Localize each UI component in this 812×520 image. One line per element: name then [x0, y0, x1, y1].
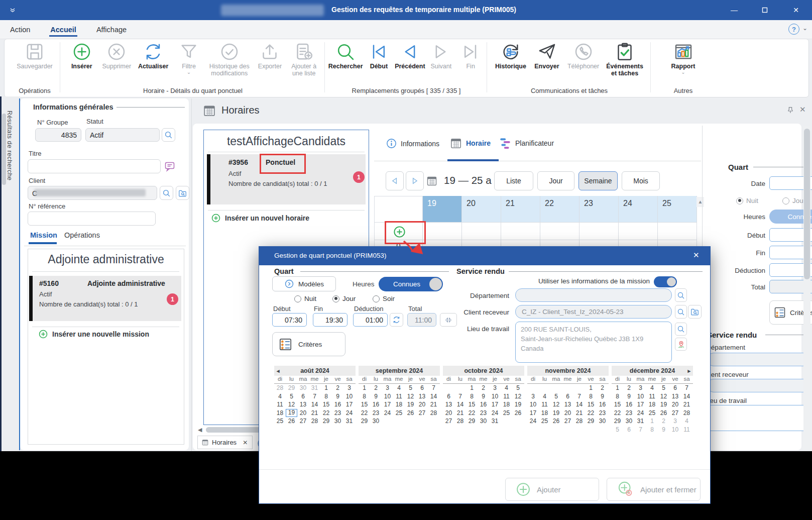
calendar-day-14[interactable]: 14 [428, 392, 439, 401]
calendar-day-23[interactable]: 23 [597, 409, 608, 418]
calendar-day-22[interactable]: 22 [359, 409, 370, 418]
calendar-day-14[interactable]: 14 [309, 400, 320, 409]
calendar-day-25[interactable]: 25 [274, 417, 286, 426]
ribbon-button-rapport[interactable]: Rapport⌄ [670, 42, 697, 74]
recalc-button[interactable] [390, 313, 403, 327]
calendar-day-2[interactable]: 2 [332, 384, 343, 392]
calendar-day-27[interactable]: 27 [416, 409, 428, 418]
rp-client-field[interactable] [707, 379, 809, 392]
ajouter-button[interactable]: Ajouter [505, 478, 599, 501]
calendar-day-24[interactable]: 24 [382, 409, 393, 418]
ribbon-button-rechercher[interactable]: Rechercher [328, 42, 363, 70]
calendar-day-1[interactable]: 1 [612, 384, 623, 392]
calendar-day-10[interactable]: 10 [527, 400, 539, 409]
week-cell[interactable] [423, 223, 462, 240]
week-day-header-20[interactable]: 20 [462, 196, 501, 223]
calendar-day-5[interactable]: 5 [550, 392, 562, 401]
calendar-day-25[interactable]: 25 [393, 409, 405, 418]
departement-search-button[interactable] [675, 288, 687, 302]
calendar-day-13[interactable]: 13 [416, 392, 428, 401]
calendar-day-20[interactable]: 20 [443, 409, 454, 418]
calendar-day-27[interactable]: 27 [562, 417, 573, 426]
calendar-day-27[interactable]: 27 [443, 417, 454, 426]
calendar-day-28[interactable]: 28 [454, 417, 466, 426]
calendar-day-1[interactable]: 1 [359, 384, 370, 392]
client-folder-button[interactable] [688, 305, 702, 319]
calendar-day-29[interactable]: 29 [359, 417, 370, 426]
calendar-day-31[interactable]: 31 [489, 417, 501, 426]
ribbon-button-actualiser[interactable]: Actualiser [138, 42, 168, 70]
calendar-day-3[interactable]: 3 [382, 384, 393, 392]
calendar-day-13[interactable]: 13 [297, 400, 309, 409]
departement-field[interactable] [515, 288, 672, 302]
calendar-day-7[interactable]: 7 [681, 384, 692, 392]
ribbon-button-evenements[interactable]: Événements et tâches [606, 42, 643, 77]
calendar-day-6[interactable]: 6 [443, 392, 454, 401]
week-day-header-19[interactable]: 19 [423, 196, 462, 223]
calendar-day-7[interactable]: 7 [573, 392, 585, 401]
calendar-day-11[interactable]: 11 [274, 400, 286, 409]
mission-card[interactable]: #5160 Adjointe administrative Actif Nomb… [29, 276, 181, 321]
calendar-day-17[interactable]: 17 [635, 400, 646, 409]
calendar-day-12[interactable]: 12 [658, 392, 669, 401]
calendar-day-19[interactable]: 19 [550, 409, 562, 418]
dialog-close-icon[interactable]: ✕ [693, 251, 700, 260]
calendar-day-7[interactable]: 7 [428, 384, 439, 392]
titre-field[interactable] [28, 159, 161, 173]
radio-jour[interactable]: Jour [332, 295, 356, 302]
radio-nuit[interactable]: Nuit [294, 295, 316, 302]
mission-toggle[interactable] [654, 276, 677, 287]
bottom-tab-horaires[interactable]: Horaires ✕ [197, 436, 253, 449]
calendar-day-6[interactable]: 6 [623, 426, 635, 434]
week-cell[interactable] [501, 223, 540, 240]
calendar-day-8[interactable]: 8 [320, 392, 332, 401]
calendar-day-28[interactable]: 28 [428, 409, 439, 418]
ajouter-et-fermer-button[interactable]: Ajouter et fermer [607, 478, 701, 501]
week-day-header-24[interactable]: 24 [619, 196, 658, 223]
calendar-day-14[interactable]: 14 [573, 400, 585, 409]
insert-mission-link[interactable]: Insérer une nouvelle mission [38, 329, 149, 339]
calendar-day-22[interactable]: 22 [585, 409, 597, 418]
calendar-day-30[interactable]: 30 [597, 417, 608, 426]
calendar-day-4[interactable]: 4 [274, 392, 286, 401]
calendar-day-13[interactable]: 13 [669, 392, 681, 401]
modeles-button[interactable]: Modèles [272, 276, 336, 291]
week-cell[interactable] [462, 223, 501, 240]
help-icon[interactable]: ? [788, 24, 799, 35]
reference-field[interactable] [28, 212, 156, 226]
calendar-day-2[interactable]: 2 [597, 384, 608, 392]
calendar-day-12[interactable]: 12 [512, 392, 524, 401]
heures-toggle[interactable]: Connues [379, 277, 443, 291]
calendar-day-24[interactable]: 24 [527, 417, 539, 426]
calendar-day-14[interactable]: 14 [681, 392, 692, 401]
calendar-day-23[interactable]: 23 [478, 409, 489, 418]
calendar-day-17[interactable]: 17 [343, 400, 355, 409]
calendar-day-2[interactable]: 2 [478, 384, 489, 392]
ribbon-button-historique[interactable]: Historique [495, 42, 526, 70]
client-search-button[interactable] [675, 305, 687, 319]
tab-horaire[interactable]: Horaire [449, 137, 491, 150]
calendar-day-28[interactable]: 28 [274, 384, 286, 392]
week-day-header-21[interactable]: 21 [501, 196, 540, 223]
calendar-day-30[interactable]: 30 [370, 417, 382, 426]
calendar-day-1[interactable]: 1 [585, 384, 597, 392]
calendar-day-5[interactable]: 5 [658, 384, 669, 392]
week-cell[interactable] [540, 223, 579, 240]
calendar-prev-icon[interactable]: ◂ [277, 366, 280, 376]
calendar-day-16[interactable]: 16 [597, 400, 608, 409]
insert-schedule-link[interactable]: Insérer un nouvel horaire [211, 213, 309, 223]
calendar-day-3[interactable]: 3 [527, 392, 539, 401]
calendar-day-4[interactable]: 4 [501, 384, 512, 392]
calendar-day-20[interactable]: 20 [562, 409, 573, 418]
calendar-day-3[interactable]: 3 [343, 384, 355, 392]
view-button-semaine[interactable]: Semaine [578, 171, 618, 190]
calendar-day-30[interactable]: 30 [478, 417, 489, 426]
calendar-day-1[interactable]: 1 [320, 384, 332, 392]
search-results-tab[interactable]: Résultats de recherche [6, 111, 13, 181]
calendar-day-23[interactable]: 23 [370, 409, 382, 418]
calendar-day-14[interactable]: 14 [454, 400, 466, 409]
client-folder-button[interactable] [176, 186, 189, 200]
calendar-day-9[interactable]: 9 [658, 426, 669, 434]
calendar-day-30[interactable]: 30 [297, 384, 309, 392]
calendar-day-9[interactable]: 9 [370, 392, 382, 401]
